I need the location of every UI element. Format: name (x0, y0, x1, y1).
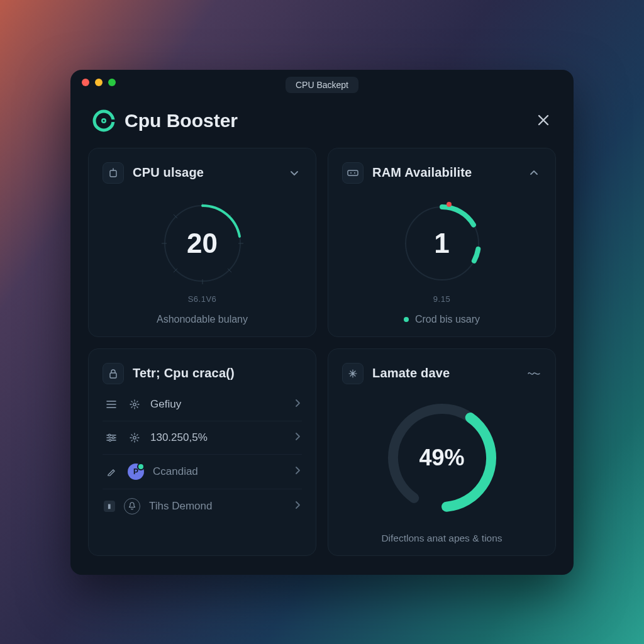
list-item[interactable]: ▮ Tihs Demond (103, 489, 302, 523)
lock-icon (103, 363, 124, 384)
list-item-label: Ccandiad (153, 465, 286, 478)
close-button[interactable] (535, 111, 552, 129)
process-card-header[interactable]: Tetr; Cpu craca() (103, 363, 302, 384)
list-item[interactable]: P Ccandiad (103, 454, 302, 489)
save-card-header[interactable]: Lamate dave (342, 363, 541, 384)
gear-icon (128, 397, 142, 411)
chevron-up-icon (526, 165, 541, 180)
chevron-right-icon (294, 466, 301, 477)
sliders-icon (104, 430, 119, 445)
svg-point-24 (133, 436, 136, 438)
save-card: Lamate dave 49% Difectlons anat apes & t… (328, 348, 556, 556)
save-card-title: Lamate dave (372, 366, 518, 380)
chevron-right-icon (294, 501, 301, 512)
svg-rect-2 (111, 119, 116, 122)
cpu-icon (103, 162, 124, 184)
list-item[interactable]: 130.250,5% (103, 421, 302, 454)
chevron-down-icon (287, 165, 302, 180)
gear-icon (128, 431, 142, 445)
chevron-right-icon (294, 432, 301, 443)
cpu-card-header[interactable]: CPU ulsage (103, 162, 302, 184)
window-minimize-dot[interactable] (95, 79, 103, 86)
wave-icon (526, 366, 541, 381)
process-card-title: Tetr; Cpu craca() (133, 366, 302, 380)
save-gauge: 49% (342, 384, 541, 524)
svg-point-3 (103, 119, 105, 121)
list-lines-icon (104, 397, 119, 412)
cpu-usage-card: CPU ulsage 20 S6.1V6 (88, 148, 316, 337)
cpu-gauge-value: 20 (149, 190, 256, 297)
window-title: CPU Backept (286, 77, 358, 93)
cpu-card-title: CPU ulsage (133, 165, 278, 180)
svg-point-22 (112, 436, 114, 438)
process-list: Gefiuy 130.250,5% P Ccandiad ▮ (103, 388, 302, 523)
key-icon: ▮ (104, 501, 115, 512)
window-close-dot[interactable] (82, 79, 89, 86)
ram-card-header[interactable]: RAM Availabilite (342, 162, 541, 184)
close-icon (536, 113, 550, 127)
titlebar: CPU Backept (70, 70, 574, 95)
app-title: Cpu Booster (125, 110, 238, 131)
list-item-label: Tihs Demond (149, 500, 286, 513)
ram-icon (342, 162, 364, 184)
ram-caption: Crod bis usary (342, 314, 541, 325)
svg-point-15 (350, 172, 352, 174)
ram-caption-text: Crod bis usary (415, 314, 480, 325)
cpu-caption: Ashonodable bulany (103, 314, 302, 325)
svg-point-16 (354, 172, 355, 174)
ram-gauge-value: 1 (389, 190, 496, 297)
list-item-label: Gefiuy (150, 398, 286, 411)
app-header: Cpu Booster (70, 95, 574, 144)
svg-point-21 (108, 434, 110, 436)
cpu-gauge: 20 S6.1V6 (103, 184, 302, 304)
chevron-right-icon (294, 399, 301, 410)
ram-card: RAM Availabilite 1 9.15 Crod (328, 148, 556, 337)
svg-rect-19 (110, 373, 116, 378)
app-window: CPU Backept Cpu Booster (70, 70, 574, 575)
bell-icon (124, 498, 140, 514)
svg-point-20 (133, 402, 136, 405)
pencil-icon (104, 464, 119, 479)
window-zoom-dot[interactable] (108, 79, 116, 86)
svg-point-23 (109, 439, 111, 441)
svg-rect-4 (110, 170, 116, 177)
profile-badge-icon: P (128, 464, 144, 480)
traffic-lights (82, 79, 116, 86)
save-gauge-value: 49% (376, 392, 508, 524)
logo: Cpu Booster (92, 109, 238, 133)
ram-card-title: RAM Availabilite (372, 165, 518, 180)
list-item-label: 130.250,5% (150, 431, 286, 444)
list-item[interactable]: Gefiuy (103, 388, 302, 421)
svg-rect-14 (348, 170, 358, 175)
ram-gauge: 1 9.15 (342, 184, 541, 304)
save-desc: Difectlons anat apes & tions (342, 533, 541, 544)
dashboard-grid: CPU ulsage 20 S6.1V6 (70, 144, 574, 575)
spark-icon (342, 363, 364, 384)
process-card: Tetr; Cpu craca() Gefiuy 130.250,5% (88, 348, 316, 556)
logo-icon (92, 109, 116, 133)
status-dot-icon (404, 317, 409, 322)
